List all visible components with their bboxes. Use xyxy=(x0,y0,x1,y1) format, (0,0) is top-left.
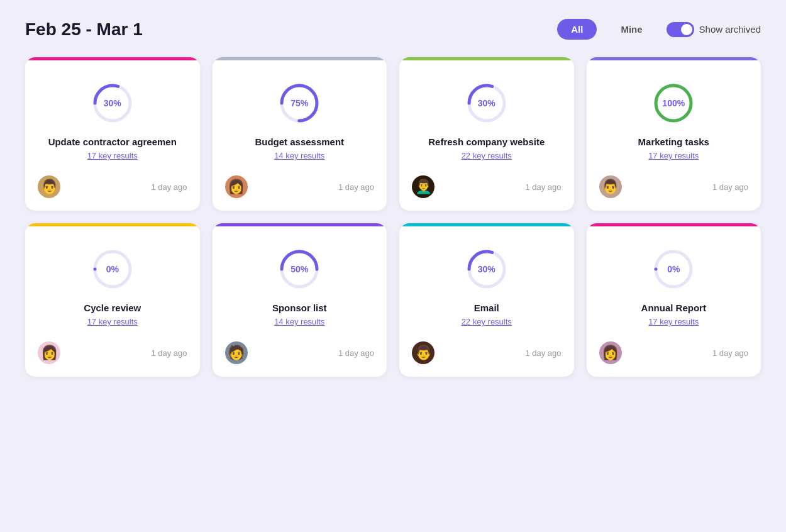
avatar: 👨 xyxy=(599,175,622,198)
card-key-results[interactable]: 17 key results xyxy=(38,317,187,326)
avatar: 👨‍🦱 xyxy=(412,175,435,198)
card-top-border xyxy=(399,57,574,60)
card-card-2[interactable]: 75% Budget assessment 14 key results 👩 1… xyxy=(213,57,387,211)
circle-progress: 30% xyxy=(465,81,509,125)
time-ago: 1 day ago xyxy=(525,348,561,358)
card-key-results[interactable]: 22 key results xyxy=(412,317,562,326)
avatar: 👩 xyxy=(38,341,60,364)
card-top-border xyxy=(25,223,200,226)
avatar: 👩 xyxy=(599,341,622,364)
card-top-border xyxy=(587,223,761,226)
card-title: Cycle review xyxy=(38,302,187,313)
card-title: Sponsor list xyxy=(225,302,375,313)
progress-label: 30% xyxy=(478,98,495,108)
card-top-border xyxy=(587,57,761,60)
time-ago: 1 day ago xyxy=(525,182,561,192)
time-ago: 1 day ago xyxy=(338,182,374,192)
card-footer: 🧑 1 day ago xyxy=(225,341,375,364)
progress-label: 50% xyxy=(291,264,308,274)
card-key-results[interactable]: 22 key results xyxy=(412,151,562,160)
page-title: Feb 25 - Mar 1 xyxy=(25,19,143,40)
card-progress-area: 30% xyxy=(412,81,562,125)
card-progress-area: 0% xyxy=(38,247,187,291)
card-key-results[interactable]: 17 key results xyxy=(599,151,749,160)
card-key-results[interactable]: 14 key results xyxy=(225,151,375,160)
circle-progress: 30% xyxy=(91,81,135,125)
show-archived-toggle[interactable] xyxy=(667,22,694,37)
card-footer: 👩 1 day ago xyxy=(225,175,375,198)
card-card-5[interactable]: 0% Cycle review 17 key results 👩 1 day a… xyxy=(25,223,200,377)
avatar: 👨 xyxy=(412,341,435,364)
circle-progress: 100% xyxy=(651,81,695,125)
card-key-results[interactable]: 17 key results xyxy=(599,317,749,326)
card-progress-area: 0% xyxy=(599,247,749,291)
filter-mine-button[interactable]: Mine xyxy=(607,19,656,40)
card-card-3[interactable]: 30% Refresh company website 22 key resul… xyxy=(399,57,574,211)
card-footer: 👩 1 day ago xyxy=(599,341,749,364)
circle-progress: 0% xyxy=(651,247,695,291)
time-ago: 1 day ago xyxy=(151,348,187,358)
circle-progress: 30% xyxy=(465,247,509,291)
card-top-border xyxy=(213,57,387,60)
show-archived-label: Show archived xyxy=(699,24,761,35)
page-container: Feb 25 - Mar 1 All Mine Show archived 30… xyxy=(0,0,786,532)
time-ago: 1 day ago xyxy=(712,182,748,192)
card-progress-area: 30% xyxy=(38,81,187,125)
avatar: 🧑 xyxy=(225,341,248,364)
card-footer: 👨‍🦱 1 day ago xyxy=(412,175,562,198)
cards-grid: 30% Update contractor agreemen 17 key re… xyxy=(25,57,761,377)
progress-label: 30% xyxy=(104,98,121,108)
card-card-6[interactable]: 50% Sponsor list 14 key results 🧑 1 day … xyxy=(213,223,387,377)
progress-label: 0% xyxy=(667,264,680,274)
card-top-border xyxy=(399,223,574,226)
card-key-results[interactable]: 17 key results xyxy=(38,151,187,160)
show-archived-container: Show archived xyxy=(667,22,761,37)
circle-progress: 0% xyxy=(91,247,135,291)
card-top-border xyxy=(213,223,387,226)
time-ago: 1 day ago xyxy=(151,182,187,192)
progress-label: 100% xyxy=(662,98,685,108)
card-top-border xyxy=(25,57,200,60)
card-title: Email xyxy=(412,302,562,313)
card-progress-area: 100% xyxy=(599,81,749,125)
header: Feb 25 - Mar 1 All Mine Show archived xyxy=(25,19,761,40)
card-footer: 👨 1 day ago xyxy=(38,175,187,198)
avatar: 👩 xyxy=(225,175,248,198)
progress-label: 30% xyxy=(478,264,495,274)
filter-all-button[interactable]: All xyxy=(557,19,597,40)
card-footer: 👨 1 day ago xyxy=(412,341,562,364)
card-card-1[interactable]: 30% Update contractor agreemen 17 key re… xyxy=(25,57,200,211)
card-progress-area: 50% xyxy=(225,247,375,291)
card-card-7[interactable]: 30% Email 22 key results 👨 1 day ago xyxy=(399,223,574,377)
card-key-results[interactable]: 14 key results xyxy=(225,317,375,326)
card-card-4[interactable]: 100% Marketing tasks 17 key results 👨 1 … xyxy=(587,57,761,211)
circle-progress: 75% xyxy=(277,81,321,125)
header-controls: All Mine Show archived xyxy=(557,19,761,40)
progress-label: 0% xyxy=(106,264,119,274)
card-title: Budget assessment xyxy=(225,136,375,147)
card-card-8[interactable]: 0% Annual Report 17 key results 👩 1 day … xyxy=(587,223,761,377)
card-title: Update contractor agreemen xyxy=(38,136,187,147)
card-title: Annual Report xyxy=(599,302,749,313)
card-footer: 👩 1 day ago xyxy=(38,341,187,364)
time-ago: 1 day ago xyxy=(712,348,748,358)
circle-progress: 50% xyxy=(277,247,321,291)
card-footer: 👨 1 day ago xyxy=(599,175,749,198)
card-title: Refresh company website xyxy=(412,136,562,147)
card-progress-area: 30% xyxy=(412,247,562,291)
card-progress-area: 75% xyxy=(225,81,375,125)
time-ago: 1 day ago xyxy=(338,348,374,358)
card-title: Marketing tasks xyxy=(599,136,749,147)
toggle-knob xyxy=(681,24,692,35)
progress-label: 75% xyxy=(291,98,308,108)
avatar: 👨 xyxy=(38,175,60,198)
